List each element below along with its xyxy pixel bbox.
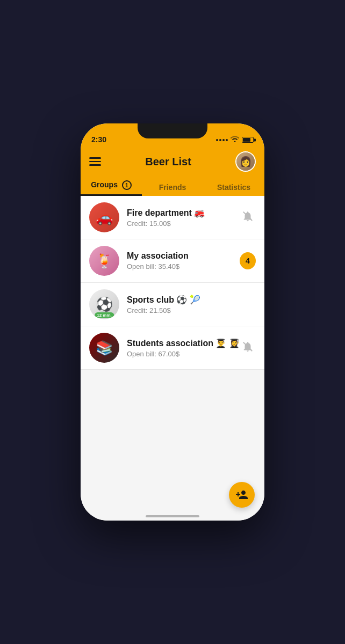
tab-friends-label: Friends — [159, 183, 186, 192]
tab-bar: Groups 1 Friends Statistics — [81, 172, 264, 196]
user-avatar[interactable]: 👩 — [235, 151, 256, 172]
status-icons — [216, 136, 254, 144]
group-action[interactable] — [240, 210, 256, 225]
notification-badge: 4 — [240, 252, 256, 269]
battery-icon — [242, 137, 254, 143]
hamburger-line-1 — [89, 157, 101, 159]
group-sub: Credit: 15.00$ — [127, 219, 240, 228]
home-indicator — [146, 515, 199, 517]
hamburger-line-2 — [89, 161, 101, 163]
group-avatar-fire: 🚗 — [89, 202, 119, 232]
hamburger-line-3 — [89, 164, 101, 166]
group-info: My association Open bill: 35.40$ — [127, 251, 240, 270]
group-info: Students association 👨‍🎓 👩‍🎓 Open bill: … — [127, 338, 240, 358]
add-person-icon — [235, 488, 248, 501]
group-name: Fire department 🚒 — [127, 208, 240, 218]
bell-muted-icon — [242, 210, 254, 225]
tab-groups[interactable]: Groups 1 — [81, 176, 142, 196]
bell-muted-icon — [242, 341, 254, 355]
group-info: Sports club ⚽ 🎾 Credit: 21.50$ — [127, 295, 240, 314]
group-action[interactable]: 4 — [240, 252, 256, 269]
group-avatar-sports: ⚽ 12 min. — [89, 289, 119, 319]
group-name: Students association 👨‍🎓 👩‍🎓 — [127, 338, 240, 348]
group-sub: Credit: 21.50$ — [127, 306, 240, 314]
time-badge: 12 min. — [95, 312, 114, 318]
content-area: 🚗 Fire department 🚒 Credit: 15.00$ — [81, 196, 264, 521]
list-item[interactable]: 📚 Students association 👨‍🎓 👩‍🎓 Open bill… — [81, 326, 264, 370]
group-info: Fire department 🚒 Credit: 15.00$ — [127, 208, 240, 228]
group-avatar-img: 🍹 — [89, 246, 119, 276]
group-name: My association — [127, 251, 240, 261]
list-item[interactable]: 🚗 Fire department 🚒 Credit: 15.00$ — [81, 196, 264, 239]
group-sub: Open bill: 35.40$ — [127, 262, 240, 270]
add-group-fab[interactable] — [229, 482, 255, 508]
group-action[interactable] — [240, 341, 256, 355]
list-item[interactable]: 🍹 My association Open bill: 35.40$ 4 — [81, 239, 264, 283]
group-avatar-students: 📚 — [89, 333, 119, 363]
page-title: Beer List — [145, 156, 191, 168]
group-avatar-img: 📚 — [89, 333, 119, 363]
group-name: Sports club ⚽ 🎾 — [127, 295, 240, 305]
avatar-image: 👩 — [236, 152, 255, 171]
tab-statistics-label: Statistics — [217, 183, 250, 192]
app-header: Beer List 👩 — [81, 147, 264, 172]
wifi-icon — [231, 136, 239, 144]
tab-friends[interactable]: Friends — [142, 179, 203, 196]
signal-icon — [216, 139, 228, 141]
group-avatar-assoc: 🍹 — [89, 246, 119, 276]
tab-statistics[interactable]: Statistics — [203, 179, 264, 196]
list-item[interactable]: ⚽ 12 min. Sports club ⚽ 🎾 Credit: 21.50$ — [81, 283, 264, 326]
hamburger-menu[interactable] — [89, 157, 101, 166]
group-avatar-img: 🚗 — [89, 202, 119, 232]
group-sub: Open bill: 67.00$ — [127, 350, 240, 358]
tab-groups-label: Groups — [91, 180, 118, 189]
tab-groups-badge: 1 — [122, 180, 132, 190]
status-time: 2:30 — [91, 135, 106, 144]
